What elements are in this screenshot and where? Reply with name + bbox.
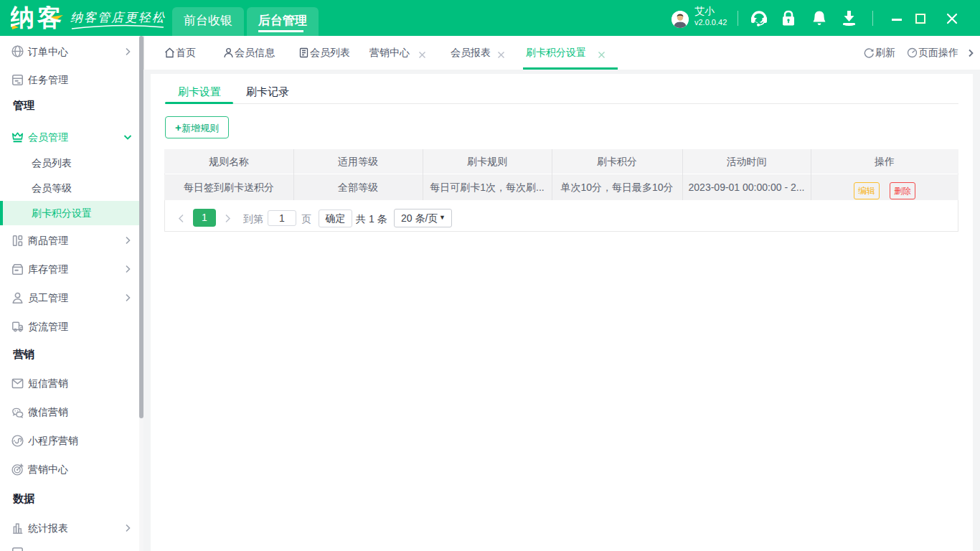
svg-text:客: 客 — [37, 6, 62, 30]
svg-text:纳: 纳 — [11, 6, 34, 30]
svg-text:纳客管店更轻松: 纳客管店更轻松 — [70, 11, 165, 24]
